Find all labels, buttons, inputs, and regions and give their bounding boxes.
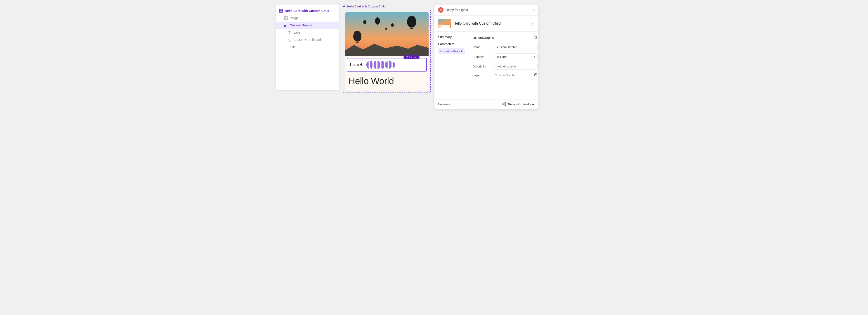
rp-thumbnail: Label xyxy=(438,19,451,28)
name-input[interactable] xyxy=(495,44,537,50)
layer-text: Custom Graphic xyxy=(495,74,516,77)
waveform xyxy=(366,60,395,69)
tree-item-title-label: Title xyxy=(290,45,296,49)
share-button-label: Share with developer xyxy=(507,103,535,106)
tree-item-image-label: Image xyxy=(290,16,299,20)
more-options-button[interactable]: ⋮ xyxy=(530,21,535,26)
parameters-title: Parameters xyxy=(438,42,454,46)
right-panel: Relay for Figma × Label Hello Card with … xyxy=(434,4,538,109)
rp-params-header: Parameters + xyxy=(438,42,465,46)
rp-header: Relay for Figma × xyxy=(434,4,538,15)
tree-item-custom-graphic-still-label: Custom Graphic Still xyxy=(293,38,322,41)
target-icon[interactable] xyxy=(534,73,537,77)
tree-item-custom-graphic[interactable]: Custom Graphic xyxy=(276,22,339,29)
tree-item-custom-graphic-label: Custom Graphic xyxy=(290,24,313,27)
canvas-title-text: Hello Card with Custom Child xyxy=(347,5,385,8)
svg-point-14 xyxy=(535,74,536,75)
rp-footer: No errors Share with developer xyxy=(434,99,538,109)
tree-item-root[interactable]: Hello Card with Custom Child xyxy=(276,7,339,14)
svg-point-15 xyxy=(505,102,506,103)
relay-logo xyxy=(438,7,443,13)
svg-rect-9 xyxy=(287,25,287,27)
share-with-developer-button[interactable]: Share with developer xyxy=(502,102,535,106)
canvas-title: ❖ Hello Card with Custom Child xyxy=(343,4,385,8)
left-panel: Hello Card with Custom Child Image xyxy=(276,4,339,90)
text-t-icon xyxy=(287,31,291,35)
property-label: Property xyxy=(472,55,493,59)
canvas-outer: Label xyxy=(343,10,431,93)
param-item-label: customGraphic xyxy=(443,50,463,53)
tree-item-label-label: Label xyxy=(293,31,301,34)
summary-title: Summary xyxy=(438,35,465,39)
no-errors-text: No errors xyxy=(438,103,450,106)
tree-item-label[interactable]: Label xyxy=(276,29,339,36)
svg-rect-3 xyxy=(281,11,283,12)
description-field-row: Description xyxy=(472,63,537,70)
svg-rect-7 xyxy=(285,25,286,27)
tree-item-root-label: Hello Card with Custom Child xyxy=(285,9,329,13)
share-icon xyxy=(502,102,506,106)
canvas-card: Label xyxy=(345,12,429,91)
grid-icon xyxy=(279,9,283,13)
bar-chart-icon xyxy=(284,23,288,27)
name-label: Name xyxy=(472,45,493,49)
canvas-image xyxy=(345,12,429,56)
property-select-wrapper: children text image ▾ xyxy=(495,54,537,60)
name-field-row: Name xyxy=(472,44,537,50)
property-field-row: Property children text image ▾ xyxy=(472,54,537,60)
rp-left-col: Summary Parameters + ↳ customGraphic xyxy=(434,32,469,99)
description-input[interactable] xyxy=(495,63,537,70)
rp-card-header: Label Hello Card with Custom Child ⋮ xyxy=(434,15,538,32)
size-badge: 216 × Hug xyxy=(403,55,420,59)
rp-header-left: Relay for Figma xyxy=(438,7,468,13)
delete-button[interactable] xyxy=(533,35,537,40)
image-icon xyxy=(284,16,288,20)
param-item-custom-graphic[interactable]: ↳ customGraphic xyxy=(438,48,465,55)
property-title: customGraphic xyxy=(472,36,494,39)
app-name: Relay for Figma xyxy=(446,8,468,12)
property-select[interactable]: children text image xyxy=(495,54,537,60)
layer-label: Layer xyxy=(472,74,493,77)
canvas-graphic-section: Label xyxy=(347,58,427,72)
close-button[interactable]: × xyxy=(532,8,535,12)
tree-item-title[interactable]: Title xyxy=(276,43,339,50)
svg-point-16 xyxy=(502,104,503,104)
add-parameter-button[interactable]: + xyxy=(463,42,465,46)
rp-right-col: customGraphic Name Property xyxy=(469,32,538,99)
canvas-hello-world: Hello World xyxy=(345,73,429,91)
param-arrow-icon: ↳ xyxy=(440,50,442,53)
layer-field-row: Layer Custom Graphic xyxy=(472,73,537,77)
diamond-icon: ❖ xyxy=(343,4,346,8)
rp-card-header-left: Label Hello Card with Custom Child xyxy=(438,19,501,28)
image-still-icon xyxy=(287,38,291,42)
rp-body: Summary Parameters + ↳ customGraphic cus… xyxy=(434,32,538,99)
svg-rect-1 xyxy=(281,9,283,11)
svg-rect-0 xyxy=(279,9,281,11)
svg-rect-2 xyxy=(279,11,281,12)
tree-item-image[interactable]: Image xyxy=(276,14,339,22)
tree-item-custom-graphic-still[interactable]: Custom Graphic Still xyxy=(276,36,339,43)
svg-rect-8 xyxy=(286,24,286,27)
rp-card-title: Hello Card with Custom Child xyxy=(454,22,501,26)
text-title-icon xyxy=(284,45,288,49)
middle-panel: ❖ Hello Card with Custom Child xyxy=(343,4,431,93)
label-text: Label xyxy=(350,62,362,68)
layer-value: Custom Graphic xyxy=(495,73,537,77)
description-label: Description xyxy=(472,65,493,68)
svg-point-17 xyxy=(505,105,506,106)
svg-rect-6 xyxy=(284,25,285,27)
